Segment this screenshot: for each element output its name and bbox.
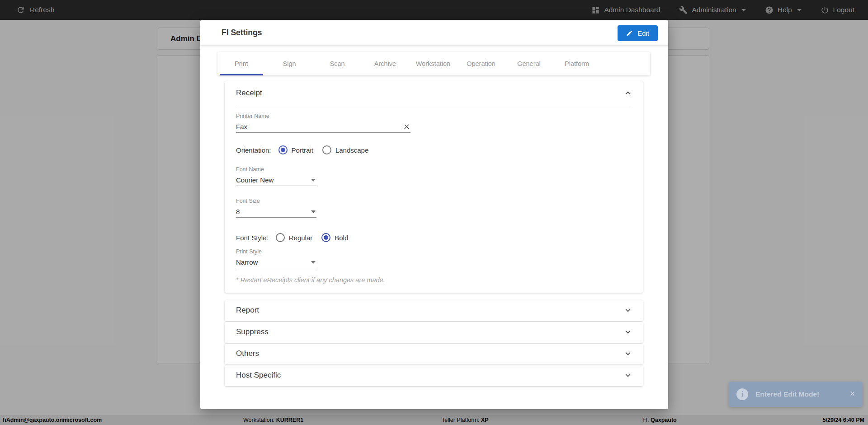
active-tab-indicator	[220, 74, 263, 75]
font-style-label: Font Style:	[236, 234, 269, 242]
receipt-panel: Receipt Printer Name Fax Orientation:	[225, 81, 643, 293]
font-size-label: Font Size	[236, 198, 316, 204]
info-circle-icon: i	[736, 388, 748, 400]
printer-name-label: Printer Name	[236, 113, 410, 119]
font-style-regular-radio[interactable]: Regular	[276, 233, 313, 242]
caret-down-icon	[311, 179, 316, 182]
clear-printer-name-button[interactable]	[403, 123, 410, 131]
others-panel-header[interactable]: Others	[225, 344, 643, 367]
chevron-down-icon	[623, 370, 633, 382]
caret-down-icon	[311, 261, 316, 264]
pencil-icon	[626, 30, 633, 37]
receipt-panel-header[interactable]: Receipt	[225, 81, 643, 105]
report-panel-header[interactable]: Report	[225, 300, 643, 324]
font-name-select[interactable]: Font Name Courier New	[236, 166, 316, 186]
tab-general[interactable]: General	[505, 52, 553, 75]
chevron-down-icon	[623, 305, 633, 317]
font-style-group: Font Style: Regular Bold	[236, 233, 357, 242]
suppress-panel-header[interactable]: Suppress	[225, 322, 643, 346]
screen: Refresh Admin Dashboard Administration	[0, 0, 868, 425]
suppress-panel-title: Suppress	[236, 327, 269, 336]
orientation-group: Orientation: Portrait Landscape	[236, 145, 377, 154]
settings-tabs: Print Sign Scan Archive Workstation Oper…	[217, 52, 650, 75]
tab-scan[interactable]: Scan	[313, 52, 361, 75]
orientation-portrait-radio[interactable]: Portrait	[278, 145, 313, 154]
others-panel-title: Others	[236, 349, 259, 358]
dialog-title: FI Settings	[222, 28, 262, 37]
tab-print[interactable]: Print	[217, 52, 265, 75]
host-specific-panel: Host Specific	[225, 365, 643, 386]
font-style-bold-radio[interactable]: Bold	[321, 233, 348, 242]
print-style-label: Print Style	[236, 248, 316, 255]
divider	[236, 105, 632, 105]
caret-down-icon	[311, 210, 316, 213]
radio-selected-icon	[278, 145, 288, 154]
toast-close-button[interactable]	[849, 390, 856, 399]
tab-platform[interactable]: Platform	[553, 52, 601, 75]
chevron-up-icon	[623, 88, 633, 100]
orientation-label: Orientation:	[236, 146, 271, 154]
font-size-value: 8	[236, 208, 240, 215]
suppress-panel: Suppress	[225, 322, 643, 343]
edit-button-label: Edit	[637, 29, 649, 37]
font-size-select[interactable]: Font Size 8	[236, 198, 316, 218]
receipt-restart-note: * Restart eReceipts client if any change…	[236, 276, 385, 284]
radio-selected-icon	[321, 233, 330, 242]
report-panel: Report	[225, 300, 643, 321]
tab-workstation[interactable]: Workstation	[409, 52, 457, 75]
tab-archive[interactable]: Archive	[361, 52, 409, 75]
receipt-panel-title: Receipt	[236, 89, 262, 98]
printer-name-field[interactable]: Printer Name Fax	[236, 113, 410, 133]
print-style-value: Narrow	[236, 258, 258, 266]
tab-operation[interactable]: Operation	[457, 52, 505, 75]
chevron-down-icon	[623, 327, 633, 339]
radio-unselected-icon	[322, 145, 331, 154]
radio-unselected-icon	[276, 233, 285, 242]
font-name-value: Courier New	[236, 176, 274, 184]
printer-name-value[interactable]: Fax	[236, 123, 247, 131]
report-panel-title: Report	[236, 306, 259, 315]
tab-sign[interactable]: Sign	[265, 52, 313, 75]
font-name-label: Font Name	[236, 166, 316, 173]
others-panel: Others	[225, 344, 643, 364]
toast-entered-edit-mode: i Entered Edit Mode!	[729, 382, 863, 407]
dialog-header: FI Settings Edit	[200, 20, 668, 46]
chevron-down-icon	[623, 349, 633, 360]
host-specific-panel-header[interactable]: Host Specific	[225, 365, 643, 389]
print-style-select[interactable]: Print Style Narrow	[236, 248, 316, 268]
fi-settings-dialog: FI Settings Edit Print Sign Scan Archive…	[200, 20, 668, 409]
host-specific-panel-title: Host Specific	[236, 371, 281, 380]
toast-message: Entered Edit Mode!	[755, 390, 849, 398]
orientation-landscape-radio[interactable]: Landscape	[322, 145, 368, 154]
edit-button[interactable]: Edit	[618, 25, 658, 41]
